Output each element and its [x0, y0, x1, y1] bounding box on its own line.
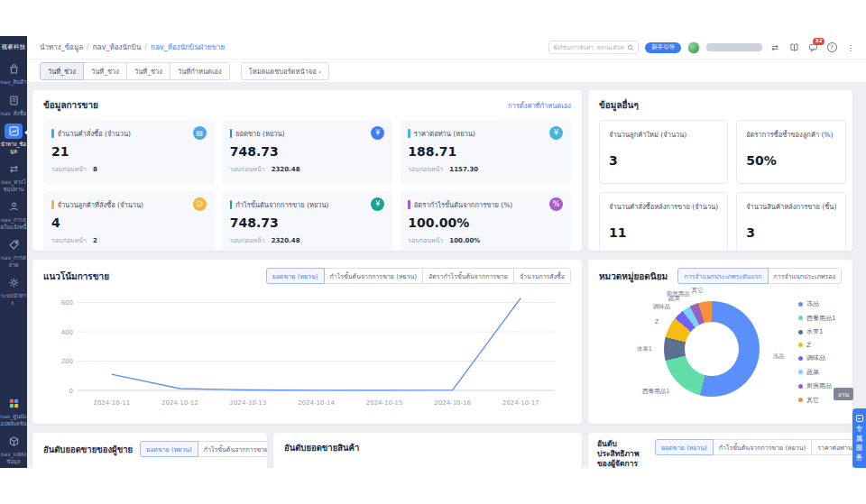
stat-card-0: จำนวนคำสั่งซื้อ (จำนวน)▤21รอบก่อนหน้า8 — [43, 120, 215, 184]
global-search[interactable] — [548, 41, 639, 54]
category-level-tab-0[interactable]: การจำแนกประเภทระดับแรก — [677, 268, 768, 284]
legend-dot — [798, 330, 803, 334]
legend-item-4[interactable]: 调味品 — [798, 353, 835, 362]
other-card-value: 50% — [746, 153, 836, 168]
trend-metric-tab-0[interactable]: ยอดขาย (หยวน) — [266, 268, 325, 284]
search-icon — [627, 44, 634, 51]
previous-period-value: 2320.48 — [272, 237, 300, 244]
newbie-guide-button[interactable]: 新手引导 — [645, 42, 681, 53]
legend-dot — [798, 370, 803, 374]
customer-service-tab[interactable]: 专属服务 — [852, 408, 866, 468]
svg-text:2024-10-17: 2024-10-17 — [502, 399, 539, 407]
breadcrumb-segment[interactable]: nav_ห้องนักบินฝ่ายขาย — [151, 41, 225, 53]
previous-period-value: 1157.30 — [449, 166, 478, 173]
breadcrumb-separator: / — [87, 43, 89, 51]
sidebar-item-4[interactable]: nav_การลดใบแจ้งหนี้ — [0, 196, 27, 234]
dashboard-mode-button[interactable]: โหมดแดชบอร์ดหน้าจอ › — [241, 62, 329, 80]
seller-ranking-tab-1[interactable]: กำไรขั้นต้นจากการขาย (หยวน) — [198, 441, 267, 457]
breadcrumb-separator: / — [144, 43, 147, 51]
category-level-tab-1[interactable]: การจำแนกประเภทรอง — [768, 268, 842, 284]
legend-item-6[interactable]: 厨房用品 — [798, 381, 835, 390]
stat-card-header: กำไรขั้นต้นจากการขาย (หยวน)¥ — [230, 197, 385, 211]
sales-panel-title: ข้อมูลการขาย — [43, 98, 98, 112]
legend-label: 冻品 — [806, 299, 819, 308]
gross-profit-icon: ¥ — [371, 197, 384, 211]
app-logo: 视睿科技 — [0, 36, 27, 58]
svg-text:2024-10-14: 2024-10-14 — [298, 399, 335, 407]
sidebar-item-3[interactable]: nav_ห่วงโซ่อุปทาน — [0, 158, 27, 196]
messages-icon[interactable]: 32 — [806, 41, 819, 54]
trend-metric-tab-3[interactable]: จำนวนการสั่งซื้อ — [513, 268, 571, 284]
stat-card-header: จำนวนลูกค้าที่สั่งซื้อ (จำนวน)☺ — [51, 197, 207, 211]
stat-card-previous: รอบก่อนหน้า100.00% — [408, 235, 563, 245]
manager-ranking-tab-2[interactable]: ราคาต่อท่าน (หยวน) — [811, 439, 852, 455]
sidebar-item-0[interactable]: nav_สินค้า — [0, 58, 27, 89]
sidebar-item-2[interactable]: นำทาง_ข้อมูล — [0, 120, 27, 158]
ordering-customers-icon: ☺ — [193, 197, 207, 211]
legend-item-0[interactable]: 冻品 — [798, 299, 835, 308]
stat-card-value: 748.73 — [230, 215, 385, 230]
date-range-tab-1[interactable]: วันที่_ช่วง — [83, 62, 127, 80]
legend-item-1[interactable]: 西餐用品1 — [798, 314, 835, 323]
date-range-tab-3[interactable]: วันที่กำหนดเอง — [170, 62, 230, 80]
legend-item-3[interactable]: Z — [798, 342, 835, 349]
slice-label-4: 调味品 — [653, 302, 671, 310]
manager-ranking-tab-1[interactable]: กำไรขั้นต้นจากการขาย (หยวน) — [713, 439, 813, 455]
trend-metric-tab-2[interactable]: อัตรากำไรขั้นต้นจากการขาย — [422, 268, 514, 284]
legend-item-5[interactable]: 蔬菜 — [798, 368, 835, 377]
svg-text:2024-10-12: 2024-10-12 — [161, 399, 198, 407]
legend-item-2[interactable]: 水果1 — [798, 327, 835, 336]
sidebar-item-7[interactable]: nav_ศูนย์แอปพลิเคชัน — [0, 392, 27, 430]
stat-card-accent — [408, 200, 410, 209]
slice-label-1: 西餐用品1 — [642, 387, 669, 395]
sidebar-item-1[interactable]: nav_สั่งซื้อ — [0, 89, 27, 121]
breadcrumb-segment[interactable]: นำทาง_ข้อมูล — [40, 41, 83, 53]
switch-account-icon[interactable]: ⇄ — [769, 41, 781, 54]
other-card-label: จำนวนสินค้าหลังการขาย (ชิ้น) — [746, 201, 836, 212]
custom-settings-link[interactable]: การตั้งค่าที่กำหนดเอง — [508, 100, 571, 111]
date-range-tab-2[interactable]: วันที่_ช่วง — [126, 62, 170, 80]
more-menu-icon[interactable]: ⋮ — [844, 41, 857, 54]
service-tab-char: 服 — [856, 444, 863, 453]
stat-card-label: จำนวนคำสั่งซื้อ (จำนวน) — [58, 128, 189, 139]
stat-card-value: 188.71 — [408, 144, 563, 159]
other-card-label: จำนวนคำสั่งซื้อหลังการขาย (จำนวน) — [609, 201, 718, 212]
task-float-button[interactable]: งาน — [834, 388, 853, 400]
manager-ranking-tab-0[interactable]: ยอดขาย (หยวน) — [655, 439, 714, 455]
docs-icon[interactable] — [788, 41, 800, 54]
user-avatar[interactable] — [687, 41, 700, 54]
service-tab-char: 务 — [856, 454, 863, 463]
legend-dot — [798, 343, 803, 347]
topbar-right: 新手引导 ⇄ 32 ? ⋮ — [548, 41, 857, 54]
legend-label: 调味品 — [806, 353, 825, 362]
svg-text:200: 200 — [61, 358, 73, 365]
other-card-value: 11 — [609, 225, 718, 240]
trend-metric-tab-1[interactable]: กำไรขั้นต้นจากการขาย (หยวน) — [324, 268, 424, 284]
previous-period-value: 8 — [93, 166, 97, 173]
stat-card-value: 4 — [51, 215, 207, 230]
legend-item-7[interactable]: 其它 — [798, 396, 835, 405]
svg-text:2024-10-13: 2024-10-13 — [230, 399, 267, 407]
legend-label: 蔬菜 — [806, 368, 819, 377]
help-icon[interactable]: ? — [825, 41, 838, 54]
manager-ranking-panel: อันดับประสิทธิภาพของผู้จัดการขาย ยอดขาย … — [588, 433, 852, 468]
sidebar-item-8[interactable]: nav_แหล่งข้อมูล — [0, 430, 27, 468]
sales-trend-chart: 02004006002024-10-112024-10-122024-10-13… — [43, 286, 571, 416]
hand-coin-icon — [5, 199, 23, 215]
product-ranking-panel: อันดับยอดขายสินค้า — [273, 433, 582, 468]
stat-card-previous: รอบก่อนหน้า2320.48 — [230, 164, 385, 174]
stat-card-accent — [230, 200, 233, 209]
document-icon — [5, 93, 23, 108]
service-tab-char: 专 — [856, 425, 863, 434]
sidebar-item-5[interactable]: nav_การตลาด — [0, 234, 27, 271]
breadcrumb-segment[interactable]: nav_ห้องนักบิน — [93, 41, 142, 53]
stat-card-header: ราคาต่อท่าน (หยวน)¥ — [408, 126, 563, 140]
other-card-2: จำนวนคำสั่งซื้อหลังการขาย (จำนวน)11 — [599, 192, 728, 251]
other-card-label: จำนวนลูกค้าใหม่ (จำนวน) — [609, 129, 718, 140]
date-range-tab-0[interactable]: วันที่_ช่วง — [40, 62, 84, 80]
sidebar-item-6[interactable]: ระบบนำทาง_ — [0, 271, 27, 309]
seller-ranking-tab-0[interactable]: ยอดขาย (หยวน) — [140, 441, 198, 457]
slice-label-7: 其它 — [692, 286, 704, 294]
search-input[interactable] — [553, 44, 624, 50]
svg-text:400: 400 — [61, 329, 73, 336]
